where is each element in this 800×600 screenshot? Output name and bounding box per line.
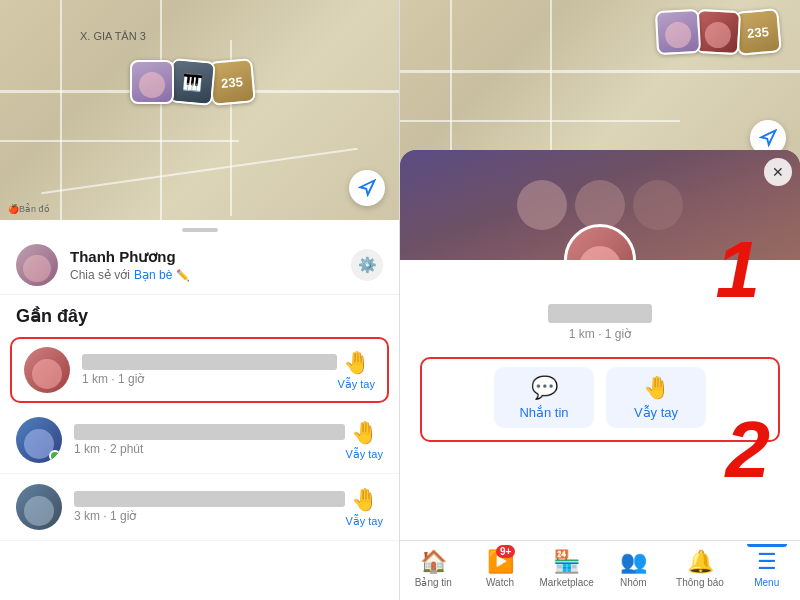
nav-item-notifications[interactable]: 🔔 Thông báo <box>667 545 734 592</box>
map-photos-cluster: 🎹 235 <box>130 60 254 104</box>
messenger-icon: 💬 <box>531 375 558 401</box>
wave-action-label: Vẫy tay <box>634 405 678 420</box>
groups-icon: 👥 <box>620 549 647 575</box>
home-icon: 🏠 <box>420 549 447 575</box>
photo-pin-piano: 🎹 <box>168 58 216 106</box>
active-bar <box>747 544 787 547</box>
wave-icon-2: 🤚 <box>351 420 378 446</box>
user-info-row: Thanh Phương Chia sẻ với Bạn bè ✏️ ⚙️ <box>0 238 399 295</box>
menu-icon: ☰ <box>757 549 777 575</box>
nav-item-marketplace[interactable]: 🏪 Marketplace <box>533 545 600 592</box>
bottom-navigation: 🏠 Bảng tin 9+ ▶️ Watch 🏪 Marketplace 👥 N… <box>400 540 800 600</box>
bell-icon: 🔔 <box>687 549 714 575</box>
online-indicator-2 <box>49 450 61 462</box>
photo-pin-right-2 <box>695 9 741 55</box>
photo-pin-right-badge: 235 <box>734 8 782 56</box>
friend-avatar-2 <box>16 417 62 463</box>
friend-info-2: Nguyễn Đ. 1 km · 2 phút <box>74 424 345 456</box>
wave-label-3: Vẫy tay <box>345 515 383 528</box>
photo-pin-girl <box>130 60 174 104</box>
profile-card: ✕ Xuân Nguyễn 1 km · 1 giờ 2 💬 Nhắn tin … <box>400 150 800 540</box>
marketplace-icon: 🏪 <box>553 549 580 575</box>
profile-meta: 1 km · 1 giờ <box>416 327 784 341</box>
friend-avatar-3 <box>16 484 62 530</box>
message-action-button[interactable]: 💬 Nhắn tin <box>494 367 594 428</box>
gear-button[interactable]: ⚙️ <box>351 249 383 281</box>
friend-avatar-1 <box>24 347 70 393</box>
wave-button-1[interactable]: 🤚 Vẫy tay <box>337 350 375 391</box>
svg-marker-0 <box>360 181 374 195</box>
svg-marker-1 <box>761 131 775 145</box>
nav-item-watch[interactable]: 9+ ▶️ Watch <box>467 545 534 592</box>
friend-name-2: Nguyễn Đ. <box>74 424 345 440</box>
apple-maps-label-left: 🍎Bản đồ <box>8 204 50 214</box>
watch-badge: 9+ <box>496 545 515 558</box>
wave-icon-1: 🤚 <box>343 350 370 376</box>
wave-label-1: Vẫy tay <box>337 378 375 391</box>
friend-name-1: Xuân Nguyễn <box>82 354 337 370</box>
user-name: Thanh Phương <box>70 248 351 266</box>
friend-name-3: Trương Nguyễn <box>74 491 345 507</box>
user-avatar <box>16 244 58 286</box>
friend-item-3: Trương Nguyễn 3 km · 1 giờ 🤚 Vẫy tay <box>0 474 399 541</box>
wave-label-2: Vẫy tay <box>345 448 383 461</box>
map-right: 235 🍎Bản đồ <box>400 0 800 170</box>
wave-button-2[interactable]: 🤚 Vẫy tay <box>345 420 383 461</box>
friend-list: Xuân Nguyễn 1 km · 1 giờ 🤚 Vẫy tay Nguyễ… <box>0 333 399 600</box>
map-left: X. GIA TÂN 3 🎹 235 🍎Bản đồ <box>0 0 399 220</box>
section-header: Gần đây <box>0 295 399 333</box>
wave-action-icon: 🤚 <box>643 375 670 401</box>
friend-info-3: Trương Nguyễn 3 km · 1 giờ <box>74 491 345 523</box>
map-location-label: X. GIA TÂN 3 <box>80 30 146 42</box>
friend-distance-1: 1 km · 1 giờ <box>82 372 337 386</box>
section-title: Gần đây <box>16 305 383 327</box>
nav-label-home: Bảng tin <box>415 577 452 588</box>
wave-button-3[interactable]: 🤚 Vẫy tay <box>345 487 383 528</box>
nav-label-groups: Nhóm <box>620 577 647 588</box>
friend-info-1: Xuân Nguyễn 1 km · 1 giờ <box>82 354 337 386</box>
photo-pin-right-1 <box>655 9 701 55</box>
map-photos-right: 235 <box>656 10 780 54</box>
location-button-left[interactable] <box>349 170 385 206</box>
nav-item-menu[interactable]: ☰ Menu <box>733 545 800 592</box>
nav-item-home[interactable]: 🏠 Bảng tin <box>400 545 467 592</box>
edit-icon[interactable]: ✏️ <box>176 269 190 282</box>
friend-item-2: Nguyễn Đ. 1 km · 2 phút 🤚 Vẫy tay <box>0 407 399 474</box>
nav-label-notifications: Thông báo <box>676 577 724 588</box>
sharing-text: Chia sẻ với <box>70 268 130 282</box>
sheet-handle <box>182 228 218 232</box>
photo-pin-badge: 235 <box>208 58 256 106</box>
nav-label-marketplace: Marketplace <box>539 577 593 588</box>
left-panel: X. GIA TÂN 3 🎹 235 🍎Bản đồ <box>0 0 400 600</box>
step-number-2: 2 <box>726 410 771 490</box>
nav-label-menu: Menu <box>754 577 779 588</box>
message-label: Nhắn tin <box>519 405 568 420</box>
nav-item-groups[interactable]: 👥 Nhóm <box>600 545 667 592</box>
user-sharing-row: Chia sẻ với Bạn bè ✏️ <box>70 268 351 282</box>
close-button[interactable]: ✕ <box>764 158 792 186</box>
friend-distance-2: 1 km · 2 phút <box>74 442 345 456</box>
nav-label-watch: Watch <box>486 577 514 588</box>
user-info-text: Thanh Phương Chia sẻ với Bạn bè ✏️ <box>70 248 351 282</box>
friend-distance-3: 3 km · 1 giờ <box>74 509 345 523</box>
wave-action-button[interactable]: 🤚 Vẫy tay <box>606 367 706 428</box>
friend-item-highlighted: Xuân Nguyễn 1 km · 1 giờ 🤚 Vẫy tay <box>10 337 389 403</box>
audience-link[interactable]: Bạn bè <box>134 268 172 282</box>
profile-name: Xuân Nguyễn <box>548 304 651 323</box>
wave-icon-3: 🤚 <box>351 487 378 513</box>
